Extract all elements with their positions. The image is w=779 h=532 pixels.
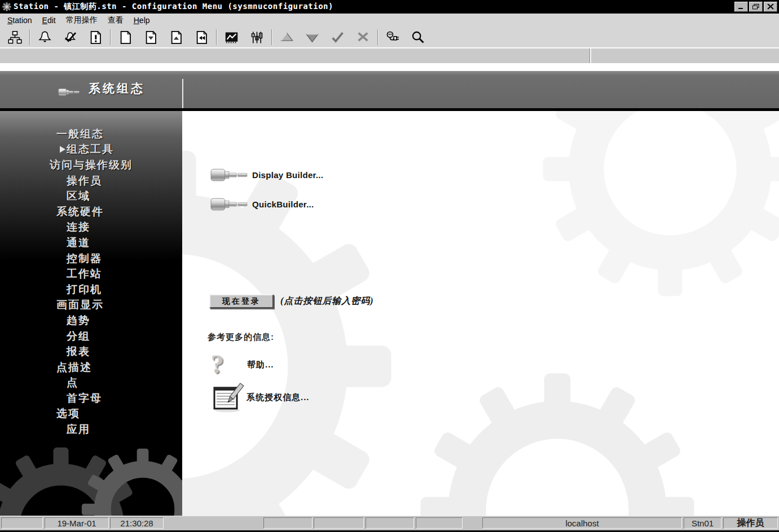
status-cell-empty [314, 517, 364, 529]
sidebar-item[interactable]: 点 [0, 375, 182, 391]
toolbar-button-page-down[interactable] [138, 28, 164, 46]
cancel-icon [355, 30, 371, 45]
raise-icon [279, 30, 294, 45]
menubar-item[interactable]: Help [129, 15, 155, 26]
restore-icon [752, 4, 759, 10]
main-content: Display Builder... QuickBuilder... 现在登录 … [182, 111, 779, 516]
accept-icon [330, 30, 345, 45]
toolbar-button-alarm-ack[interactable] [58, 28, 83, 46]
sidebar-item[interactable]: 控制器 [0, 251, 182, 267]
toolbar-button-network[interactable] [2, 28, 28, 46]
toolbar-button-accept[interactable] [325, 28, 350, 46]
status-date: 19-Mar-01 [45, 517, 109, 529]
sidebar-item-label: 区域 [67, 189, 90, 203]
restore-button[interactable] [749, 2, 763, 12]
close-icon [767, 4, 774, 10]
toolbar-button-group[interactable] [244, 28, 270, 46]
menu-bar: StationEdit常用操作查看Help [0, 14, 779, 27]
toolbar-button-trend[interactable] [219, 28, 244, 46]
status-server: localhost [482, 517, 682, 529]
sidebar-item[interactable]: 应用 [0, 422, 182, 437]
toolbar-button-page-up[interactable] [164, 28, 189, 46]
blank-page-icon [118, 30, 133, 45]
sidebar-item-label: 应用 [67, 422, 90, 437]
sidebar-item-label: 工作站 [67, 267, 102, 281]
alarm-ack-icon [63, 30, 78, 45]
sidebar-item[interactable]: 操作员 [0, 173, 182, 189]
toolbar-separator [377, 29, 379, 45]
app-gear-icon [2, 2, 11, 11]
sidebar-item-label: 操作员 [67, 174, 102, 188]
toolbar-button-raise[interactable] [274, 28, 300, 46]
network-hierarchy-icon [7, 30, 23, 45]
sidebar-item[interactable]: 画面显示 [0, 298, 182, 313]
menubar-item[interactable]: 查看 [103, 14, 129, 26]
trend-chart-icon [224, 30, 239, 45]
minimize-icon [738, 4, 745, 10]
login-now-button[interactable]: 现在登录 [209, 294, 274, 308]
station-window: Station - 镇江制药.stn - Configuration Menu … [0, 0, 779, 532]
notepad-pencil-icon [210, 382, 247, 413]
sidebar-item[interactable]: 工作站 [0, 266, 182, 282]
toolbar-button-alert-page[interactable] [83, 28, 108, 46]
sidebar-item[interactable]: 通道 [0, 235, 182, 251]
sidebar-item[interactable]: 连接 [0, 220, 182, 236]
status-bar: 19-Mar-01 21:30:28 localhost Stn01 操作员 [0, 516, 779, 532]
quickbuilder-link[interactable]: QuickBuilder... [210, 196, 314, 213]
sidebar-item-label: 打印机 [67, 282, 102, 297]
menubar-item[interactable]: 常用操作 [61, 14, 103, 26]
toolbar-button-connect[interactable] [380, 28, 406, 46]
alert-page-icon [88, 30, 103, 45]
page-title: 系统组态 [89, 81, 145, 96]
sidebar-item[interactable]: 系统硬件 [0, 204, 182, 220]
license-info-label: 系统授权信息... [247, 392, 310, 403]
sidebar-item[interactable]: 选项 [0, 406, 182, 422]
sidebar-item[interactable]: 点描述 [0, 360, 182, 375]
sidebar-item[interactable]: 首字母 [0, 391, 182, 406]
toolbar-separator [110, 29, 111, 45]
toolbar-button-alarm[interactable] [32, 28, 58, 46]
status-cell-empty [1, 517, 43, 529]
alarm-bell-icon [37, 30, 52, 45]
status-cell-empty [366, 517, 414, 529]
sidebar-item[interactable]: 组态工具 [0, 142, 182, 158]
toolbar-button-cancel[interactable] [350, 28, 376, 46]
login-note: (点击按钮后输入密码) [280, 295, 374, 307]
sidebar-item-label: 选项 [56, 406, 80, 421]
sidebar-item[interactable]: 区域 [0, 188, 182, 204]
sidebar-item[interactable]: 访问与操作级别 [0, 157, 182, 173]
toolbar-button-lower[interactable] [300, 28, 325, 46]
toolbar [0, 27, 779, 47]
sidebar-item[interactable]: 一般组态 [0, 126, 182, 142]
gear-watermark [412, 365, 703, 516]
help-link[interactable]: ? 帮助... [211, 351, 274, 379]
sidebar-item[interactable]: 报表 [0, 344, 182, 360]
menubar-item[interactable]: Edit [37, 15, 61, 26]
sidebar-item[interactable]: 分组 [0, 329, 182, 344]
close-button[interactable] [764, 2, 777, 12]
display-builder-link[interactable]: Display Builder... [210, 166, 323, 184]
sidebar-item-label: 组态工具 [67, 142, 114, 157]
toolbar-button-page-back[interactable] [189, 28, 214, 46]
toolbar-button-search[interactable] [406, 28, 431, 46]
toolbar-separator [29, 29, 30, 45]
sidebar-item-label: 一般组态 [56, 127, 104, 141]
menubar-item[interactable]: Station [2, 15, 37, 26]
sidebar-item-label: 首字母 [67, 391, 102, 406]
license-info-link[interactable]: 系统授权信息... [210, 382, 310, 413]
more-info-label: 参考更多的信息: [208, 332, 274, 343]
white-strip [0, 63, 779, 71]
display-builder-label: Display Builder... [252, 170, 323, 180]
connect-plug-icon [385, 30, 400, 45]
toolbar-separator [216, 29, 217, 45]
group-display-icon [249, 30, 265, 45]
toolbar-button-blank-page[interactable] [113, 28, 138, 46]
body: 一般组态 组态工具 访问与操作级别 操作员 [0, 111, 779, 516]
sidebar-item[interactable]: 打印机 [0, 282, 182, 298]
sidebar-item[interactable]: 趋势 [0, 313, 182, 329]
command-zone[interactable] [0, 47, 779, 63]
sidebar: 一般组态 组态工具 访问与操作级别 操作员 [0, 111, 182, 516]
minimize-button[interactable] [734, 2, 748, 12]
key-icon [210, 196, 248, 213]
window-title: Station - 镇江制药.stn - Configuration Menu … [14, 2, 333, 12]
